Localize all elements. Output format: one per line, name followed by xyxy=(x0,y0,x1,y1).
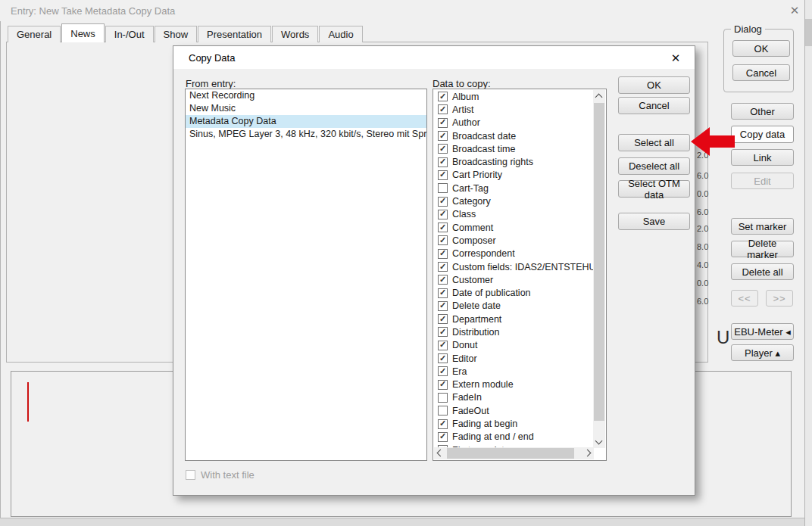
data-to-copy-item[interactable]: Date of publication xyxy=(434,286,594,299)
checked-checkbox-icon[interactable] xyxy=(438,131,448,141)
tab-show[interactable]: Show xyxy=(155,26,198,42)
unchecked-checkbox-icon[interactable] xyxy=(438,406,448,416)
checked-checkbox-icon[interactable] xyxy=(438,380,448,390)
window-close-icon[interactable]: ✕ xyxy=(785,2,804,20)
data-to-copy-item[interactable]: Cart-Tag xyxy=(434,182,594,195)
data-to-copy-item[interactable]: Era xyxy=(434,365,594,378)
other-button[interactable]: Other xyxy=(731,103,794,120)
unchecked-checkbox-icon[interactable] xyxy=(438,183,448,193)
from-entry-item[interactable]: Metadata Copy Data xyxy=(186,115,426,128)
delete-marker-button[interactable]: Delete marker xyxy=(731,241,794,257)
set-marker-button[interactable]: Set marker xyxy=(731,218,794,235)
checked-checkbox-icon[interactable] xyxy=(438,341,448,350)
vertical-scrollbar[interactable] xyxy=(593,90,605,448)
checked-checkbox-icon[interactable] xyxy=(438,419,448,429)
checked-checkbox-icon[interactable] xyxy=(438,144,448,154)
checkbox-label: Fading at begin xyxy=(452,419,517,429)
checkbox-label: Correspondent xyxy=(452,248,515,259)
checked-checkbox-icon[interactable] xyxy=(438,235,448,245)
from-entry-item[interactable]: Next Recording xyxy=(186,89,426,102)
tab-general[interactable]: General xyxy=(8,26,61,42)
dialog-ok-button[interactable]: OK xyxy=(732,40,790,57)
data-to-copy-item[interactable]: Custom fields: IDAS2/ENTSTEHUNGSA xyxy=(434,260,594,273)
horizontal-scrollbar[interactable] xyxy=(434,447,594,459)
data-to-copy-item[interactable]: Customer xyxy=(434,273,594,286)
checkbox-label: Distribution xyxy=(452,327,500,338)
data-to-copy-item[interactable]: FadeIn xyxy=(434,391,594,404)
scroll-right-icon[interactable] xyxy=(584,450,592,457)
data-to-copy-item[interactable]: Fading at end / end xyxy=(434,431,594,444)
checked-checkbox-icon[interactable] xyxy=(438,262,448,272)
select-otm-data-button[interactable]: Select OTM data xyxy=(618,180,690,198)
data-to-copy-item[interactable]: Category xyxy=(434,195,594,207)
delete-all-button[interactable]: Delete all xyxy=(731,263,794,280)
checked-checkbox-icon[interactable] xyxy=(438,223,448,232)
data-to-copy-item[interactable]: Comment xyxy=(434,221,594,234)
data-to-copy-item[interactable]: Composer xyxy=(434,234,594,247)
checked-checkbox-icon[interactable] xyxy=(438,197,448,207)
unchecked-checkbox-icon[interactable] xyxy=(438,393,448,403)
data-to-copy-item[interactable]: Album xyxy=(434,90,594,103)
copy-data-button[interactable]: Copy data xyxy=(731,126,794,143)
data-to-copy-item[interactable]: Delete date xyxy=(434,300,594,313)
copy-data-dialog-close-icon[interactable]: ✕ xyxy=(666,49,686,67)
checked-checkbox-icon[interactable] xyxy=(438,301,448,311)
checked-checkbox-icon[interactable] xyxy=(438,210,448,219)
tab-news[interactable]: News xyxy=(61,23,105,42)
checked-checkbox-icon[interactable] xyxy=(438,275,448,285)
data-to-copy-item[interactable]: Extern module xyxy=(434,378,594,391)
from-entry-item[interactable]: Sinus, MPEG Layer 3, 48 kHz, 320 kbit/s,… xyxy=(186,128,426,141)
checked-checkbox-icon[interactable] xyxy=(438,249,448,259)
data-to-copy-item[interactable]: Distribution xyxy=(434,325,594,338)
checked-checkbox-icon[interactable] xyxy=(438,157,448,167)
scroll-left-icon[interactable] xyxy=(437,450,445,457)
copy-dialog-ok-button[interactable]: OK xyxy=(618,76,690,94)
tab-presentation[interactable]: Presentation xyxy=(198,26,271,42)
data-to-copy-item[interactable]: Broadcasting rights xyxy=(434,155,594,168)
tab-words[interactable]: Words xyxy=(272,26,318,42)
checked-checkbox-icon[interactable] xyxy=(438,118,448,128)
data-to-copy-item[interactable]: Donut xyxy=(434,339,594,352)
scroll-down-icon[interactable] xyxy=(595,437,603,445)
checked-checkbox-icon[interactable] xyxy=(438,353,448,363)
scroll-up-icon[interactable] xyxy=(595,94,603,101)
copy-dialog-cancel-button[interactable]: Cancel xyxy=(618,97,690,114)
player-button[interactable]: Player ▴ xyxy=(731,344,794,361)
data-to-copy-item[interactable]: Author xyxy=(434,117,594,129)
checked-checkbox-icon[interactable] xyxy=(438,170,448,180)
data-to-copy-item[interactable]: Artist xyxy=(434,103,594,116)
checked-checkbox-icon[interactable] xyxy=(438,92,448,101)
horizontal-scrollbar-thumb[interactable] xyxy=(447,448,574,459)
data-to-copy-item[interactable]: FadeOut xyxy=(434,404,594,417)
checked-checkbox-icon[interactable] xyxy=(438,366,448,376)
tab-audio[interactable]: Audio xyxy=(319,26,362,42)
ebu-meter-button[interactable]: EBU-Meter ◂ xyxy=(731,323,794,340)
checked-checkbox-icon[interactable] xyxy=(438,288,448,298)
data-to-copy-item[interactable]: Department xyxy=(434,313,594,325)
window-titlebar[interactable]: Entry: New Take Metadata Copy Data xyxy=(0,0,805,21)
data-to-copy-item[interactable]: Broadcast date xyxy=(434,129,594,142)
checkbox-label: Cart Priority xyxy=(452,170,502,180)
data-to-copy-item[interactable]: Class xyxy=(434,208,594,221)
checkbox-label: Class xyxy=(452,209,476,219)
checked-checkbox-icon[interactable] xyxy=(438,432,448,442)
vertical-scrollbar-thumb[interactable] xyxy=(594,103,604,421)
data-to-copy-item[interactable]: Fading at begin xyxy=(434,417,594,430)
save-button[interactable]: Save xyxy=(618,213,690,230)
data-to-copy-item[interactable]: Editor xyxy=(434,352,594,365)
checked-checkbox-icon[interactable] xyxy=(438,314,448,324)
checked-checkbox-icon[interactable] xyxy=(438,327,448,337)
select-all-button[interactable]: Select all xyxy=(618,134,690,151)
from-entry-item[interactable]: New Music xyxy=(186,102,426,115)
dialog-cancel-button[interactable]: Cancel xyxy=(732,64,790,81)
copy-data-dialog-titlebar[interactable]: Copy Data ✕ xyxy=(173,46,695,69)
data-to-copy-item[interactable]: Correspondent xyxy=(434,247,594,260)
link-button[interactable]: Link xyxy=(731,149,794,166)
data-to-copy-item[interactable]: Broadcast time xyxy=(434,142,594,155)
meter-scale-label: 6.0 xyxy=(697,171,709,180)
tab-in-out[interactable]: In-/Out xyxy=(105,26,154,42)
checked-checkbox-icon[interactable] xyxy=(438,104,448,114)
with-text-file-checkbox[interactable] xyxy=(186,470,195,480)
deselect-all-button[interactable]: Deselect all xyxy=(618,157,690,175)
data-to-copy-item[interactable]: Cart Priority xyxy=(434,169,594,182)
